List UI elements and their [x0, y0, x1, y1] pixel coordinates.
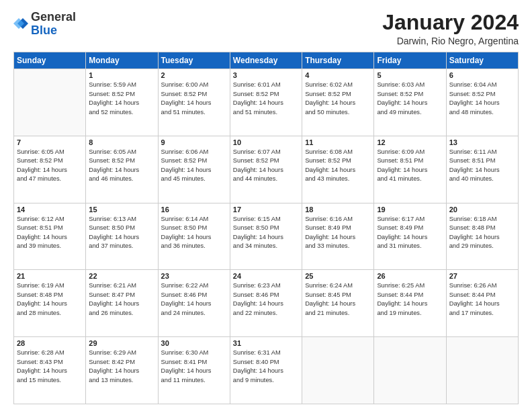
calendar-cell: 28Sunrise: 6:28 AM Sunset: 8:43 PM Dayli…: [14, 337, 86, 404]
day-number: 11: [305, 138, 371, 146]
calendar-cell: 23Sunrise: 6:22 AM Sunset: 8:46 PM Dayli…: [158, 270, 230, 337]
page: General Blue January 2024 Darwin, Rio Ne…: [0, 0, 532, 411]
calendar-cell: [302, 337, 374, 404]
day-info: Sunrise: 6:23 AM Sunset: 8:46 PM Dayligh…: [233, 281, 299, 318]
day-info: Sunrise: 6:29 AM Sunset: 8:42 PM Dayligh…: [89, 349, 154, 385]
day-number: 12: [377, 138, 443, 146]
day-info: Sunrise: 6:08 AM Sunset: 8:52 PM Dayligh…: [305, 148, 371, 184]
day-number: 30: [161, 339, 227, 347]
day-number: 8: [89, 138, 154, 146]
calendar-cell: 25Sunrise: 6:24 AM Sunset: 8:45 PM Dayli…: [302, 270, 374, 337]
day-info: Sunrise: 6:11 AM Sunset: 8:51 PM Dayligh…: [449, 148, 515, 184]
day-info: Sunrise: 6:04 AM Sunset: 8:52 PM Dayligh…: [449, 81, 515, 117]
calendar-cell: 22Sunrise: 6:21 AM Sunset: 8:47 PM Dayli…: [86, 270, 158, 337]
day-number: 22: [89, 272, 154, 280]
calendar-cell: 5Sunrise: 6:03 AM Sunset: 8:52 PM Daylig…: [374, 69, 446, 136]
month-title: January 2024: [382, 11, 519, 34]
day-number: 26: [377, 272, 443, 280]
day-number: 1: [89, 71, 154, 79]
calendar-cell: 31Sunrise: 6:31 AM Sunset: 8:40 PM Dayli…: [230, 337, 302, 404]
day-number: 27: [449, 272, 515, 280]
day-info: Sunrise: 6:31 AM Sunset: 8:40 PM Dayligh…: [233, 349, 299, 385]
calendar-cell: 14Sunrise: 6:12 AM Sunset: 8:51 PM Dayli…: [14, 203, 86, 270]
day-number: 19: [377, 205, 443, 214]
calendar-cell: 19Sunrise: 6:17 AM Sunset: 8:49 PM Dayli…: [374, 203, 446, 270]
calendar-cell: 16Sunrise: 6:14 AM Sunset: 8:50 PM Dayli…: [158, 203, 230, 270]
calendar-day-header: Thursday: [302, 52, 374, 69]
day-info: Sunrise: 6:19 AM Sunset: 8:48 PM Dayligh…: [17, 281, 83, 318]
calendar-cell: 12Sunrise: 6:09 AM Sunset: 8:51 PM Dayli…: [374, 136, 446, 203]
day-info: Sunrise: 6:02 AM Sunset: 8:52 PM Dayligh…: [305, 81, 371, 117]
calendar-cell: 24Sunrise: 6:23 AM Sunset: 8:46 PM Dayli…: [230, 270, 302, 337]
day-info: Sunrise: 5:59 AM Sunset: 8:52 PM Dayligh…: [89, 81, 154, 117]
day-number: 7: [17, 138, 83, 146]
logo-icon: [13, 17, 28, 32]
location: Darwin, Rio Negro, Argentina: [382, 36, 519, 46]
calendar-table: SundayMondayTuesdayWednesdayThursdayFrid…: [13, 52, 519, 404]
calendar-cell: 18Sunrise: 6:16 AM Sunset: 8:49 PM Dayli…: [302, 203, 374, 270]
calendar-cell: 21Sunrise: 6:19 AM Sunset: 8:48 PM Dayli…: [14, 270, 86, 337]
calendar-cell: 29Sunrise: 6:29 AM Sunset: 8:42 PM Dayli…: [86, 337, 158, 404]
calendar-cell: 3Sunrise: 6:01 AM Sunset: 8:52 PM Daylig…: [230, 69, 302, 136]
day-info: Sunrise: 6:18 AM Sunset: 8:48 PM Dayligh…: [449, 215, 515, 251]
day-number: 10: [233, 138, 299, 146]
logo-blue: Blue: [31, 24, 57, 37]
day-info: Sunrise: 6:00 AM Sunset: 8:52 PM Dayligh…: [161, 81, 227, 117]
day-number: 4: [305, 71, 371, 79]
calendar-cell: 30Sunrise: 6:30 AM Sunset: 8:41 PM Dayli…: [158, 337, 230, 404]
calendar-cell: 15Sunrise: 6:13 AM Sunset: 8:50 PM Dayli…: [86, 203, 158, 270]
logo-text: General Blue: [31, 11, 76, 38]
day-number: 28: [17, 339, 83, 347]
calendar-cell: 9Sunrise: 6:06 AM Sunset: 8:52 PM Daylig…: [158, 136, 230, 203]
day-info: Sunrise: 6:13 AM Sunset: 8:50 PM Dayligh…: [89, 215, 154, 251]
day-info: Sunrise: 6:22 AM Sunset: 8:46 PM Dayligh…: [161, 281, 227, 318]
header: General Blue January 2024 Darwin, Rio Ne…: [13, 11, 519, 46]
day-info: Sunrise: 6:15 AM Sunset: 8:50 PM Dayligh…: [233, 215, 299, 251]
calendar-cell: 1Sunrise: 5:59 AM Sunset: 8:52 PM Daylig…: [86, 69, 158, 136]
calendar-cell: [446, 337, 518, 404]
calendar-week-row: 1Sunrise: 5:59 AM Sunset: 8:52 PM Daylig…: [14, 69, 519, 136]
calendar-cell: 11Sunrise: 6:08 AM Sunset: 8:52 PM Dayli…: [302, 136, 374, 203]
day-number: 2: [161, 71, 227, 79]
logo-general: General: [31, 10, 76, 24]
calendar-week-row: 7Sunrise: 6:05 AM Sunset: 8:52 PM Daylig…: [14, 136, 519, 203]
calendar-cell: 13Sunrise: 6:11 AM Sunset: 8:51 PM Dayli…: [446, 136, 518, 203]
day-number: 3: [233, 71, 299, 79]
calendar-cell: 6Sunrise: 6:04 AM Sunset: 8:52 PM Daylig…: [446, 69, 518, 136]
day-info: Sunrise: 6:09 AM Sunset: 8:51 PM Dayligh…: [377, 148, 443, 184]
calendar-day-header: Friday: [374, 52, 446, 69]
day-number: 16: [161, 205, 227, 214]
calendar-week-row: 21Sunrise: 6:19 AM Sunset: 8:48 PM Dayli…: [14, 270, 519, 337]
calendar-cell: 20Sunrise: 6:18 AM Sunset: 8:48 PM Dayli…: [446, 203, 518, 270]
title-section: January 2024 Darwin, Rio Negro, Argentin…: [382, 11, 519, 46]
day-number: 31: [233, 339, 299, 347]
day-info: Sunrise: 6:28 AM Sunset: 8:43 PM Dayligh…: [17, 349, 83, 385]
day-info: Sunrise: 6:05 AM Sunset: 8:52 PM Dayligh…: [89, 148, 154, 184]
calendar-cell: 4Sunrise: 6:02 AM Sunset: 8:52 PM Daylig…: [302, 69, 374, 136]
day-number: 18: [305, 205, 371, 214]
calendar-cell: 8Sunrise: 6:05 AM Sunset: 8:52 PM Daylig…: [86, 136, 158, 203]
day-info: Sunrise: 6:26 AM Sunset: 8:44 PM Dayligh…: [449, 281, 515, 318]
calendar-cell: 2Sunrise: 6:00 AM Sunset: 8:52 PM Daylig…: [158, 69, 230, 136]
day-number: 24: [233, 272, 299, 280]
day-number: 17: [233, 205, 299, 214]
calendar-cell: 7Sunrise: 6:05 AM Sunset: 8:52 PM Daylig…: [14, 136, 86, 203]
calendar-cell: 10Sunrise: 6:07 AM Sunset: 8:52 PM Dayli…: [230, 136, 302, 203]
day-number: 5: [377, 71, 443, 79]
day-info: Sunrise: 6:03 AM Sunset: 8:52 PM Dayligh…: [377, 81, 443, 117]
day-number: 6: [449, 71, 515, 79]
day-info: Sunrise: 6:01 AM Sunset: 8:52 PM Dayligh…: [233, 81, 299, 117]
calendar-cell: 26Sunrise: 6:25 AM Sunset: 8:44 PM Dayli…: [374, 270, 446, 337]
day-info: Sunrise: 6:17 AM Sunset: 8:49 PM Dayligh…: [377, 215, 443, 251]
day-info: Sunrise: 6:25 AM Sunset: 8:44 PM Dayligh…: [377, 281, 443, 318]
calendar-week-row: 14Sunrise: 6:12 AM Sunset: 8:51 PM Dayli…: [14, 203, 519, 270]
day-info: Sunrise: 6:24 AM Sunset: 8:45 PM Dayligh…: [305, 281, 371, 318]
day-number: 15: [89, 205, 154, 214]
calendar-cell: 27Sunrise: 6:26 AM Sunset: 8:44 PM Dayli…: [446, 270, 518, 337]
calendar-cell: 17Sunrise: 6:15 AM Sunset: 8:50 PM Dayli…: [230, 203, 302, 270]
day-info: Sunrise: 6:30 AM Sunset: 8:41 PM Dayligh…: [161, 349, 227, 385]
logo: General Blue: [13, 11, 76, 38]
day-info: Sunrise: 6:21 AM Sunset: 8:47 PM Dayligh…: [89, 281, 154, 318]
day-number: 9: [161, 138, 227, 146]
calendar-day-header: Monday: [86, 52, 158, 69]
